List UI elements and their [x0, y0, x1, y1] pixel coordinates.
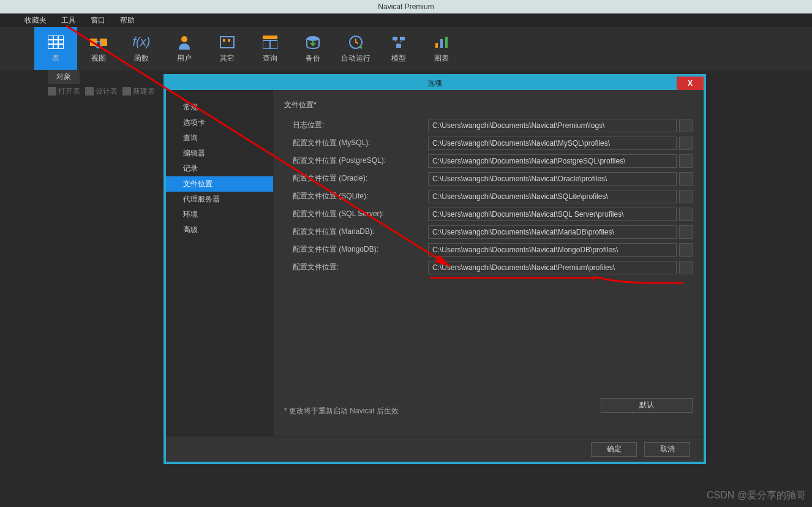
- browse-button[interactable]: [679, 225, 693, 239]
- input-mariadb-profile[interactable]: [428, 225, 677, 239]
- sidebar-item-general[interactable]: 常规: [166, 100, 273, 115]
- label-premium-profile: 配置文件位置:: [284, 262, 428, 272]
- input-premium-profile[interactable]: [428, 261, 677, 274]
- svg-rect-11: [228, 39, 230, 42]
- browse-button[interactable]: [679, 190, 693, 203]
- sidebar-item-advanced[interactable]: 高级: [166, 222, 273, 238]
- svg-rect-10: [223, 39, 225, 42]
- svg-point-8: [181, 36, 187, 42]
- toolbar-other[interactable]: 其它: [206, 27, 249, 70]
- sidebar-item-editor[interactable]: 编辑器: [166, 146, 273, 161]
- svg-rect-22: [435, 43, 438, 48]
- browse-button[interactable]: [679, 119, 693, 132]
- sidebar-item-tabs[interactable]: 选项卡: [166, 115, 273, 130]
- dialog-title: 选项: [427, 78, 442, 89]
- table-icon: [47, 34, 64, 51]
- options-sidebar: 常规 选项卡 查询 编辑器 记录 文件位置 代理服务器 环境 高级: [166, 90, 273, 436]
- label-mongodb-profile: 配置文件位置 (MongoDB):: [284, 244, 428, 255]
- svg-rect-12: [263, 36, 277, 39]
- label-sqlserver-profile: 配置文件位置 (SQL Server):: [284, 209, 428, 219]
- main-toolbar: 表 视图 f(x) 函数 用户 其它 查询 备份 自动运行 模型 图表: [0, 27, 812, 70]
- label-mariadb-profile: 配置文件位置 (MariaDB):: [284, 227, 428, 237]
- label-sqlite-profile: 配置文件位置 (SQLite):: [284, 191, 428, 201]
- watermark: CSDN @爱分享的驰哥: [707, 489, 806, 502]
- svg-rect-19: [396, 44, 401, 48]
- sidebar-item-environment[interactable]: 环境: [166, 207, 273, 222]
- svg-rect-0: [48, 36, 64, 49]
- toolbar-model[interactable]: 模型: [377, 27, 420, 70]
- svg-rect-17: [393, 37, 397, 40]
- toolbar-chart[interactable]: 图表: [420, 27, 463, 70]
- label-mysql-profile: 配置文件位置 (MySQL):: [284, 138, 428, 148]
- new-table-icon: [122, 87, 131, 96]
- new-table-button[interactable]: 新建表: [122, 86, 155, 97]
- label-log-location: 日志位置:: [284, 120, 428, 130]
- toolbar-backup[interactable]: 备份: [291, 27, 334, 70]
- query-icon: [261, 34, 279, 51]
- browse-button[interactable]: [679, 261, 693, 274]
- dialog-footer: 确定 取消: [166, 436, 704, 462]
- chart-icon: [433, 34, 450, 51]
- toolbar-table[interactable]: 表: [34, 27, 77, 70]
- tab-objects[interactable]: 对象: [48, 70, 80, 84]
- browse-button[interactable]: [679, 208, 693, 221]
- input-mongodb-profile[interactable]: [428, 243, 677, 257]
- cancel-button[interactable]: 取消: [644, 442, 690, 457]
- other-icon: [219, 34, 236, 51]
- sidebar-item-records[interactable]: 记录: [166, 161, 273, 176]
- svg-rect-9: [220, 37, 234, 48]
- annotation-underline: [430, 277, 595, 279]
- design-table-icon: [85, 87, 94, 96]
- dialog-title-bar[interactable]: 选项 X: [166, 77, 704, 90]
- restart-note: * 更改将于重新启动 Navicat 后生效: [284, 394, 399, 416]
- sidebar-item-proxy[interactable]: 代理服务器: [166, 192, 273, 207]
- input-sqlserver-profile[interactable]: [428, 208, 677, 221]
- function-icon: f(x): [133, 34, 150, 51]
- toolbar-query[interactable]: 查询: [249, 27, 291, 70]
- backup-icon: [304, 34, 321, 51]
- open-table-button[interactable]: 打开表: [48, 86, 80, 97]
- label-oracle-profile: 配置文件位置 (Oracle):: [284, 173, 428, 184]
- options-dialog: 选项 X 常规 选项卡 查询 编辑器 记录 文件位置 代理服务器 环境 高级 文…: [164, 74, 706, 464]
- label-postgresql-profile: 配置文件位置 (PostgreSQL):: [284, 156, 428, 166]
- menu-item-help[interactable]: 帮助: [113, 15, 142, 26]
- open-table-icon: [48, 87, 56, 96]
- svg-point-15: [307, 36, 319, 41]
- user-icon: [176, 34, 193, 51]
- toolbar-automation[interactable]: 自动运行: [334, 27, 377, 70]
- menu-item-tools[interactable]: 工具: [54, 15, 83, 26]
- sidebar-item-query[interactable]: 查询: [166, 130, 273, 146]
- toolbar-function[interactable]: f(x) 函数: [120, 27, 163, 70]
- menu-item-favorites[interactable]: 收藏夹: [17, 15, 54, 26]
- input-log-location[interactable]: [428, 119, 677, 132]
- svg-line-20: [395, 40, 399, 44]
- sidebar-item-file-location[interactable]: 文件位置: [166, 176, 273, 192]
- design-table-button[interactable]: 设计表: [85, 86, 118, 97]
- ok-button[interactable]: 确定: [591, 442, 637, 457]
- toolbar-user[interactable]: 用户: [163, 27, 206, 70]
- input-mysql-profile[interactable]: [428, 137, 677, 150]
- close-button[interactable]: X: [677, 77, 704, 90]
- default-button[interactable]: 默认: [601, 398, 693, 413]
- svg-rect-23: [440, 39, 443, 48]
- model-icon: [390, 34, 407, 51]
- browse-button[interactable]: [679, 243, 693, 257]
- browse-button[interactable]: [679, 137, 693, 150]
- svg-rect-18: [400, 37, 405, 40]
- input-sqlite-profile[interactable]: [428, 190, 677, 203]
- svg-line-21: [399, 40, 402, 44]
- section-title: 文件位置*: [284, 100, 693, 110]
- browse-button[interactable]: [679, 154, 693, 168]
- svg-rect-24: [445, 37, 448, 48]
- menu-bar: 收藏夹 工具 窗口 帮助: [0, 13, 812, 27]
- options-content: 文件位置* 日志位置: 配置文件位置 (MySQL): 配置文件位置 (Post…: [273, 90, 704, 436]
- toolbar-view[interactable]: 视图: [77, 27, 120, 70]
- app-title-bar: Navicat Premium: [0, 0, 812, 13]
- input-postgresql-profile[interactable]: [428, 154, 677, 168]
- menu-item-window[interactable]: 窗口: [83, 15, 113, 26]
- view-icon: [90, 34, 107, 51]
- automation-icon: [347, 34, 364, 51]
- input-oracle-profile[interactable]: [428, 172, 677, 186]
- browse-button[interactable]: [679, 172, 693, 186]
